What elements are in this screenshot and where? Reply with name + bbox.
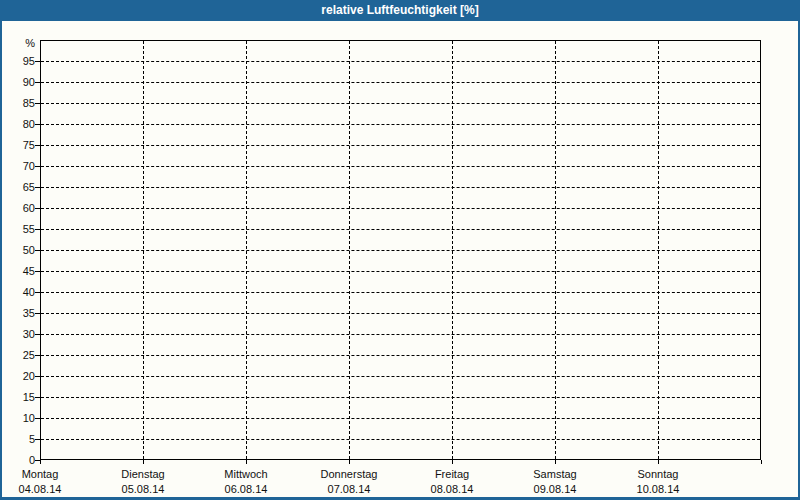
y-tick-label: 5 xyxy=(0,433,35,446)
chart-canvas: % 05101520253035404550556065707580859095… xyxy=(0,0,800,500)
y-gridline xyxy=(41,61,760,62)
x-axis-label: Donnerstag07.08.14 xyxy=(297,467,401,497)
y-gridline xyxy=(41,103,760,104)
y-tick-mark xyxy=(35,313,40,314)
x-axis-day-label: Freitag xyxy=(400,467,504,482)
y-tick-mark xyxy=(35,418,40,419)
x-axis-day-label: Samstag xyxy=(503,467,607,482)
x-gridline xyxy=(246,41,247,459)
plot-area xyxy=(40,40,761,460)
y-tick-label: 20 xyxy=(0,370,35,383)
x-axis-day-label: Sonntag xyxy=(606,467,710,482)
x-axis-date-label: 07.08.14 xyxy=(297,482,401,497)
x-tick-mark xyxy=(143,460,144,464)
x-axis-label: Mittwoch06.08.14 xyxy=(194,467,298,497)
y-tick-mark xyxy=(35,187,40,188)
x-tick-mark xyxy=(452,460,453,464)
y-gridline xyxy=(41,208,760,209)
y-tick-mark xyxy=(35,355,40,356)
y-gridline xyxy=(41,229,760,230)
y-tick-label: 15 xyxy=(0,391,35,404)
x-axis-day-label: Montag xyxy=(0,467,92,482)
y-tick-label: 30 xyxy=(0,328,35,341)
y-tick-label: 75 xyxy=(0,139,35,152)
x-axis-day-label: Mittwoch xyxy=(194,467,298,482)
x-axis-day-label: Donnerstag xyxy=(297,467,401,482)
x-axis-day-label: Dienstag xyxy=(91,467,195,482)
y-tick-mark xyxy=(35,124,40,125)
y-tick-mark xyxy=(35,61,40,62)
y-tick-mark xyxy=(35,208,40,209)
y-gridline xyxy=(41,250,760,251)
y-tick-mark xyxy=(35,82,40,83)
x-axis-label: Samstag09.08.14 xyxy=(503,467,607,497)
x-tick-mark xyxy=(349,460,350,464)
y-tick-label: 35 xyxy=(0,307,35,320)
y-gridline xyxy=(41,313,760,314)
y-tick-label: 85 xyxy=(0,97,35,110)
y-gridline xyxy=(41,439,760,440)
y-tick-label: 90 xyxy=(0,76,35,89)
y-tick-mark xyxy=(35,334,40,335)
y-tick-label: 45 xyxy=(0,265,35,278)
y-axis-unit-label: % xyxy=(0,37,35,50)
y-tick-mark xyxy=(35,397,40,398)
x-axis-date-label: 04.08.14 xyxy=(0,482,92,497)
y-gridline xyxy=(41,166,760,167)
y-tick-mark xyxy=(35,292,40,293)
y-tick-mark xyxy=(35,250,40,251)
y-gridline xyxy=(41,124,760,125)
chart-window: relative Luftfeuchtigkeit [%] % 05101520… xyxy=(0,0,800,500)
y-gridline xyxy=(41,82,760,83)
y-tick-mark xyxy=(35,103,40,104)
y-gridline xyxy=(41,292,760,293)
y-gridline xyxy=(41,376,760,377)
y-tick-mark xyxy=(35,271,40,272)
x-gridline xyxy=(349,41,350,459)
y-tick-label: 95 xyxy=(0,55,35,68)
x-axis-label: Dienstag05.08.14 xyxy=(91,467,195,497)
y-tick-label: 25 xyxy=(0,349,35,362)
y-tick-label: 0 xyxy=(0,454,35,467)
y-gridline xyxy=(41,334,760,335)
x-axis-date-label: 05.08.14 xyxy=(91,482,195,497)
y-tick-mark xyxy=(35,229,40,230)
y-tick-label: 55 xyxy=(0,223,35,236)
x-axis-date-label: 06.08.14 xyxy=(194,482,298,497)
y-tick-label: 60 xyxy=(0,202,35,215)
x-tick-mark xyxy=(658,460,659,464)
y-tick-label: 50 xyxy=(0,244,35,257)
x-axis-label: Freitag08.08.14 xyxy=(400,467,504,497)
y-tick-label: 10 xyxy=(0,412,35,425)
y-tick-mark xyxy=(35,166,40,167)
y-gridline xyxy=(41,145,760,146)
x-gridline xyxy=(143,41,144,459)
y-gridline xyxy=(41,187,760,188)
x-tick-mark xyxy=(555,460,556,464)
y-tick-mark xyxy=(35,439,40,440)
y-tick-label: 70 xyxy=(0,160,35,173)
y-tick-mark xyxy=(35,376,40,377)
y-gridline xyxy=(41,355,760,356)
x-axis-label: Montag04.08.14 xyxy=(0,467,92,497)
x-gridline xyxy=(555,41,556,459)
x-axis-date-label: 08.08.14 xyxy=(400,482,504,497)
x-tick-mark xyxy=(246,460,247,464)
x-axis-date-label: 09.08.14 xyxy=(503,482,607,497)
x-gridline xyxy=(452,41,453,459)
x-gridline xyxy=(658,41,659,459)
y-tick-label: 80 xyxy=(0,118,35,131)
window-frame-left xyxy=(0,0,2,500)
y-tick-label: 40 xyxy=(0,286,35,299)
y-tick-mark xyxy=(35,145,40,146)
y-gridline xyxy=(41,397,760,398)
x-tick-mark xyxy=(40,460,41,464)
x-axis-label: Sonntag10.08.14 xyxy=(606,467,710,497)
x-tick-mark xyxy=(761,460,762,464)
y-gridline xyxy=(41,418,760,419)
x-axis-date-label: 10.08.14 xyxy=(606,482,710,497)
y-tick-label: 65 xyxy=(0,181,35,194)
y-gridline xyxy=(41,271,760,272)
